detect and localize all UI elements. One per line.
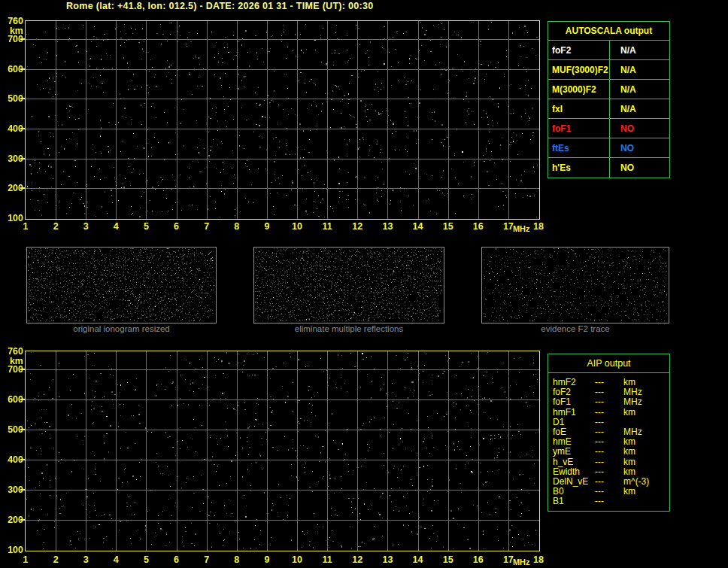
x-tick-label: 5 — [136, 554, 156, 565]
ionogram-bottom-canvas — [25, 351, 540, 551]
x-tick-label: 3 — [76, 554, 96, 565]
y-axis-unit-label: km — [0, 356, 23, 366]
panel-evidence-f2-trace-canvas — [481, 247, 669, 323]
autoscala-param-value: N/A — [610, 99, 636, 118]
aip-param-value: --- — [595, 467, 623, 477]
autoscala-row-foF2: foF2N/A — [548, 41, 669, 60]
panel-eliminate-reflections-canvas — [253, 247, 444, 323]
x-tick-label: 16 — [469, 221, 488, 232]
page-title: Rome (lat: +41.8, lon: 012.5) - DATE: 20… — [66, 1, 374, 11]
x-tick-label: 3 — [76, 221, 96, 232]
panel-original-ionogram-canvas — [26, 247, 217, 323]
y-axis-tick — [20, 98, 25, 99]
aip-param-unit: km — [623, 487, 635, 497]
aip-param-label: ymE — [548, 447, 595, 457]
autoscala-param-value: N/A — [610, 41, 636, 59]
y-axis-tick — [20, 519, 25, 521]
x-axis-unit-label: MHz — [513, 557, 530, 566]
x-tick-label: 11 — [317, 554, 337, 565]
y-axis-tick — [20, 489, 25, 491]
aip-param-label: hmF1 — [548, 408, 595, 418]
autoscala-table-header: AUTOSCALA output — [548, 22, 669, 41]
aip-row-ymE: ymE---km — [548, 447, 669, 457]
aip-param-value: --- — [595, 457, 623, 467]
y-axis-tick — [20, 158, 25, 159]
autoscala-table-body: foF2N/AMUF(3000)F2N/AM(3000)F2N/AfxIN/Af… — [548, 41, 669, 178]
y-axis-tick — [20, 38, 25, 40]
autoscala-param-value: N/A — [610, 80, 636, 99]
x-tick-label: 14 — [408, 221, 428, 232]
x-tick-label: 1 — [16, 554, 35, 565]
x-tick-label: 13 — [378, 554, 397, 565]
autoscala-param-label: ftEs — [548, 138, 610, 157]
y-axis-unit-label: km — [0, 26, 23, 36]
aip-row-h_vE: h_vE---km — [548, 457, 669, 467]
autoscala-param-label: foF2 — [548, 41, 610, 59]
aip-param-label: h_vE — [548, 457, 595, 467]
autoscala-param-label: M(3000)F2 — [548, 80, 610, 99]
aip-param-value: --- — [595, 447, 623, 457]
x-axis-unit-label: MHz — [513, 224, 530, 233]
x-tick-label: 7 — [197, 554, 217, 565]
autoscala-param-label: foF1 — [548, 119, 610, 138]
y-axis-tick — [20, 399, 25, 400]
ionogram-top-canvas — [25, 20, 540, 220]
aip-row-foF1: foF1---MHz — [548, 397, 669, 407]
autoscala-row-ftEs: ftEsNO — [548, 138, 669, 158]
x-tick-label: 11 — [317, 221, 337, 232]
panel-eliminate-reflections-caption: eliminate multiple reflections — [253, 324, 444, 333]
x-tick-label: 5 — [136, 221, 156, 232]
aip-param-unit: km — [623, 408, 635, 418]
x-tick-label: 15 — [438, 221, 458, 232]
autoscala-param-value: NO — [610, 119, 634, 138]
y-tick-label: 760 — [0, 16, 23, 26]
autoscala-param-label: fxI — [548, 99, 610, 118]
x-tick-label: 8 — [227, 554, 247, 565]
aip-param-value: --- — [595, 497, 623, 506]
x-tick-label: 16 — [469, 554, 488, 565]
autoscala-row-MUF(3000)F2: MUF(3000)F2N/A — [548, 60, 669, 80]
x-tick-label: 10 — [287, 221, 307, 232]
autoscala-param-value: N/A — [610, 60, 636, 79]
aip-param-unit: km — [623, 447, 635, 457]
autoscala-output-table: AUTOSCALA output foF2N/AMUF(3000)F2N/AM(… — [548, 21, 670, 178]
aip-param-unit: km — [623, 467, 635, 477]
aip-param-label: foF1 — [548, 397, 595, 407]
aip-param-value: --- — [595, 418, 623, 427]
x-tick-label: 2 — [46, 554, 65, 565]
autoscala-window: { "title": "Rome (lat: +41.8, lon: 012.5… — [0, 0, 728, 568]
aip-table-body: hmF2---kmfoF2---MHzfoF1---MHzhmF1---kmD1… — [548, 373, 669, 506]
y-tick-label: 100 — [0, 545, 23, 555]
aip-row-DelN_vE: DelN_vE---m^(-3) — [548, 477, 669, 487]
y-axis-tick — [20, 68, 25, 70]
x-tick-label: 4 — [106, 554, 126, 565]
y-tick-label: 760 — [0, 346, 23, 357]
aip-param-label: D1 — [548, 418, 595, 427]
x-tick-label: 14 — [408, 554, 428, 565]
autoscala-param-label: MUF(3000)F2 — [548, 60, 610, 79]
aip-row-Ewidth: Ewidth---km — [548, 467, 669, 477]
x-tick-label: 7 — [197, 221, 217, 232]
x-tick-label: 9 — [257, 554, 277, 565]
autoscala-param-value: NO — [610, 158, 634, 178]
x-tick-label: 6 — [167, 554, 187, 565]
y-axis-tick — [20, 429, 25, 430]
aip-row-B1: B1--- — [548, 497, 669, 506]
y-axis-tick — [20, 128, 25, 129]
autoscala-param-label: h'Es — [548, 158, 610, 178]
aip-param-label: B1 — [548, 497, 595, 506]
aip-table-header: AIP output — [548, 354, 669, 373]
x-tick-label: 6 — [167, 221, 187, 232]
x-tick-label: 12 — [347, 554, 367, 565]
autoscala-row-h'Es: h'EsNO — [548, 158, 669, 178]
aip-param-unit: km — [623, 457, 635, 467]
panel-original-ionogram-caption: original ionogram resized — [26, 324, 217, 333]
x-tick-label: 12 — [347, 221, 367, 232]
y-axis-tick — [20, 459, 25, 460]
aip-param-label: Ewidth — [548, 467, 595, 477]
aip-row-hmF1: hmF1---km — [548, 408, 669, 418]
panel-evidence-f2-trace-caption: evidence F2 trace — [481, 324, 669, 333]
y-axis-tick — [20, 369, 25, 370]
x-tick-label: 13 — [378, 221, 397, 232]
x-tick-label: 15 — [438, 554, 458, 565]
